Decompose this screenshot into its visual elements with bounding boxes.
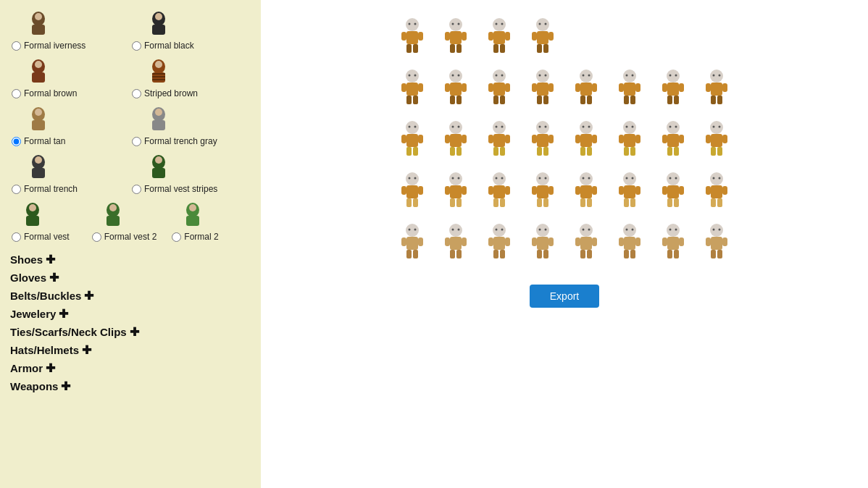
sprite-cell — [393, 169, 431, 216]
svg-rect-250 — [662, 186, 667, 195]
category-jewelery[interactable]: Jewelery ✚ — [10, 305, 251, 323]
sprite-cell — [654, 66, 692, 113]
svg-point-286 — [545, 228, 547, 230]
radio-formal-vest-2[interactable] — [92, 232, 101, 242]
radio-formal-tan[interactable] — [12, 137, 21, 146]
svg-point-165 — [583, 125, 585, 127]
radio-formal-brown[interactable] — [12, 89, 21, 98]
radio-formal-2[interactable] — [172, 232, 181, 242]
svg-rect-155 — [505, 135, 510, 143]
svg-point-172 — [623, 121, 636, 134]
svg-point-156 — [536, 121, 549, 134]
svg-point-230 — [588, 177, 591, 179]
svg-rect-306 — [619, 237, 624, 246]
svg-rect-1 — [32, 25, 45, 35]
svg-rect-312 — [667, 250, 672, 258]
svg-point-54 — [501, 22, 504, 25]
svg-rect-66 — [532, 32, 537, 41]
sprite-cell — [567, 66, 605, 113]
svg-rect-89 — [500, 96, 505, 104]
svg-rect-217 — [500, 198, 505, 207]
svg-rect-194 — [706, 135, 711, 143]
svg-point-68 — [406, 70, 419, 83]
category-hats-helmets[interactable]: Hats/Helmets ✚ — [10, 341, 251, 359]
svg-point-125 — [713, 74, 715, 76]
svg-rect-34 — [186, 216, 199, 226]
svg-rect-241 — [630, 198, 635, 207]
svg-rect-115 — [635, 83, 640, 92]
svg-rect-264 — [406, 250, 412, 258]
svg-rect-265 — [413, 250, 418, 258]
svg-point-44 — [449, 18, 462, 31]
radio-striped-brown[interactable] — [132, 89, 141, 98]
svg-point-20 — [155, 109, 162, 116]
svg-rect-73 — [413, 96, 418, 104]
svg-point-302 — [632, 228, 634, 230]
svg-rect-192 — [711, 147, 716, 156]
sprite-cell — [698, 169, 735, 216]
sprite-row-2 — [393, 66, 735, 113]
svg-rect-41 — [413, 44, 418, 53]
svg-point-181 — [669, 125, 672, 127]
svg-point-214 — [501, 177, 504, 179]
outfit-icon-striped-brown — [145, 58, 174, 87]
sprite-cell — [611, 66, 648, 113]
svg-point-229 — [583, 177, 585, 179]
svg-rect-67 — [548, 32, 554, 41]
svg-point-148 — [493, 121, 506, 134]
svg-point-23 — [35, 156, 42, 164]
svg-point-14 — [155, 61, 162, 68]
radio-formal-trench[interactable] — [12, 185, 21, 194]
category-belts-buckles[interactable]: Belts/Buckles ✚ — [10, 287, 251, 305]
radio-formal-vest-stripes[interactable] — [132, 185, 141, 194]
category-ties-scarfs[interactable]: Ties/Scarfs/Neck Clips ✚ — [10, 323, 251, 341]
svg-rect-224 — [537, 198, 542, 207]
svg-rect-290 — [532, 237, 537, 246]
category-armor[interactable]: Armor ✚ — [10, 359, 251, 377]
sprite-cell — [480, 14, 518, 62]
radio-formal-black[interactable] — [132, 41, 141, 51]
svg-rect-74 — [401, 83, 406, 92]
svg-rect-239 — [624, 185, 635, 198]
svg-rect-50 — [445, 32, 450, 41]
radio-formal-iverness[interactable] — [12, 41, 21, 51]
svg-point-261 — [409, 228, 411, 230]
radio-formal-vest[interactable] — [12, 232, 21, 242]
svg-point-166 — [588, 125, 591, 127]
svg-point-198 — [414, 177, 417, 179]
svg-rect-295 — [580, 237, 592, 250]
svg-rect-201 — [413, 198, 418, 207]
label-formal-tan: Formal tan — [24, 136, 65, 146]
category-label-ties-scarfs: Ties/Scarfs/Neck Clips — [10, 326, 127, 338]
svg-rect-216 — [493, 198, 498, 207]
svg-rect-129 — [717, 96, 722, 104]
category-weapons[interactable]: Weapons ✚ — [10, 377, 251, 395]
svg-point-301 — [626, 228, 628, 230]
svg-point-253 — [713, 177, 715, 179]
svg-rect-65 — [543, 44, 548, 53]
svg-rect-81 — [456, 96, 462, 104]
svg-rect-273 — [456, 250, 462, 258]
svg-point-35 — [189, 204, 196, 211]
svg-rect-281 — [500, 250, 505, 258]
radio-formal-trench-gray[interactable] — [132, 137, 141, 146]
export-button[interactable]: Export — [530, 285, 599, 308]
sprite-cell — [654, 117, 692, 164]
outfit-option-formal-black: Formal black — [130, 7, 251, 54]
svg-rect-16 — [32, 120, 45, 130]
category-label-armor: Armor — [10, 362, 43, 374]
svg-rect-321 — [717, 250, 722, 258]
svg-rect-145 — [456, 147, 462, 156]
sprite-cell — [611, 117, 648, 164]
svg-rect-98 — [532, 83, 537, 92]
category-shoes[interactable]: Shoes ✚ — [10, 251, 251, 269]
sprite-cell — [524, 117, 562, 164]
plus-icon-belts-buckles: ✚ — [84, 289, 93, 303]
svg-rect-96 — [537, 96, 542, 104]
svg-point-94 — [545, 74, 547, 76]
category-gloves[interactable]: Gloves ✚ — [10, 269, 251, 287]
label-formal-vest-stripes: Formal vest stripes — [144, 184, 217, 194]
svg-point-52 — [493, 18, 506, 31]
svg-rect-138 — [401, 135, 406, 143]
category-label-jewelery: Jewelery — [10, 308, 56, 320]
